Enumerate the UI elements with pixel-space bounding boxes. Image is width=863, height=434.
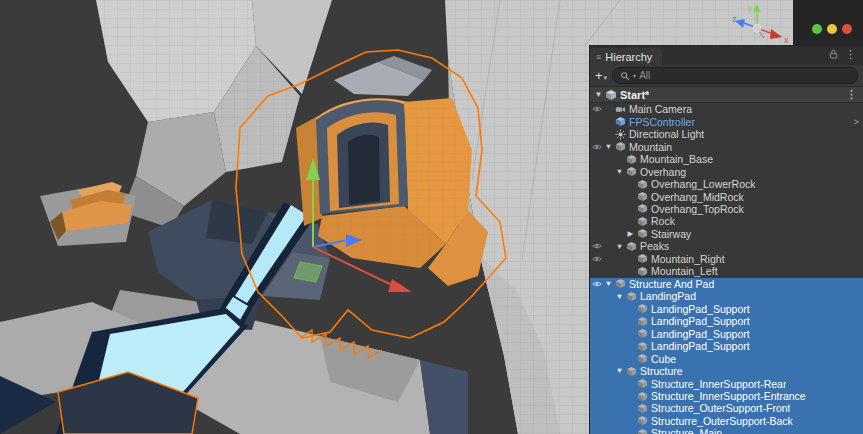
hierarchy-row[interactable]: ▼Overhang xyxy=(590,165,863,177)
search-filter-caret-icon[interactable]: ▾ xyxy=(633,72,636,79)
cube-icon xyxy=(625,291,638,302)
cube-icon xyxy=(625,241,638,252)
scene-asset-icon xyxy=(604,89,618,101)
object-label: Mountain_Right xyxy=(651,253,725,265)
indent-spacer xyxy=(603,233,625,234)
panel-menu-button[interactable]: ⋮ xyxy=(845,49,856,60)
hierarchy-row[interactable]: FPSController> xyxy=(590,115,863,127)
foldout-icon[interactable]: ▼ xyxy=(603,280,614,288)
hierarchy-row[interactable]: Rock xyxy=(590,215,863,227)
cube-icon xyxy=(636,303,649,314)
hierarchy-row[interactable]: Overhang_MidRock xyxy=(590,190,863,202)
indent-spacer xyxy=(603,159,614,160)
hierarchy-row[interactable]: Structurre_OuterSupport-Back xyxy=(590,415,863,427)
hierarchy-row[interactable]: Mountain_Base xyxy=(590,153,863,165)
cube-icon xyxy=(625,154,638,165)
object-label: LandingPad_Support xyxy=(651,303,750,315)
indent-spacer xyxy=(603,408,625,409)
object-label: Structure_Main xyxy=(651,427,722,434)
hierarchy-row[interactable]: LandingPad_Support xyxy=(590,340,863,352)
panel-tabbar: ≡ Hierarchy ⋮ xyxy=(590,46,863,65)
hierarchy-row[interactable]: Structure_Main xyxy=(590,427,863,434)
hierarchy-row[interactable]: LandingPad_Support xyxy=(590,315,863,327)
object-label: Structure xyxy=(640,365,683,377)
object-label: Mountain_Left xyxy=(651,265,718,277)
foldout-icon[interactable]: ▼ xyxy=(603,143,614,151)
window-button-yellow[interactable] xyxy=(827,24,837,34)
visibility-toggle-icon[interactable] xyxy=(590,254,603,264)
lock-icon[interactable] xyxy=(829,45,838,63)
cube-icon xyxy=(636,253,649,264)
hierarchy-row[interactable]: ▼Mountain xyxy=(590,140,863,152)
scene-name: Start* xyxy=(620,89,649,101)
indent-spacer xyxy=(603,308,625,309)
search-box[interactable]: ▾ xyxy=(612,67,858,84)
hierarchy-row[interactable]: Structure_OuterSupport-Front xyxy=(590,402,863,414)
visibility-toggle-icon[interactable] xyxy=(590,104,603,114)
visibility-toggle-icon[interactable] xyxy=(590,241,603,251)
hierarchy-rows: Main CameraFPSController>Directional Lig… xyxy=(590,103,863,434)
scene-header-row[interactable]: ▼ Start* ⋮ xyxy=(590,87,863,103)
cube-icon xyxy=(636,316,649,327)
object-label: Rock xyxy=(651,215,675,227)
indent-spacer xyxy=(603,208,625,209)
create-add-button[interactable]: + ▾ xyxy=(595,69,607,82)
hierarchy-tab-icon: ≡ xyxy=(596,53,601,62)
hierarchy-row[interactable]: Overhang_LowerRock xyxy=(590,178,863,190)
window-button-red[interactable] xyxy=(842,24,852,34)
visibility-toggle-icon[interactable] xyxy=(590,142,603,152)
tab-hierarchy[interactable]: ≡ Hierarchy xyxy=(590,48,662,65)
cube-icon xyxy=(636,403,649,414)
hierarchy-row[interactable]: ▼Structure xyxy=(590,365,863,377)
hierarchy-row[interactable]: ▼LandingPad xyxy=(590,290,863,302)
hierarchy-row[interactable]: Overhang_TopRock xyxy=(590,203,863,215)
foldout-icon[interactable]: ▶ xyxy=(625,230,636,238)
foldout-icon[interactable]: ▼ xyxy=(614,367,625,375)
cube-icon xyxy=(636,391,649,402)
foldout-icon[interactable]: ▼ xyxy=(593,91,604,99)
indent-spacer xyxy=(603,358,625,359)
cube-icon xyxy=(614,278,627,289)
object-label: Overhang_LowerRock xyxy=(651,178,755,190)
hierarchy-row[interactable]: LandingPad_Support xyxy=(590,303,863,315)
indent-spacer xyxy=(603,171,614,172)
cube-icon xyxy=(636,353,649,364)
hierarchy-row[interactable]: Mountain_Right xyxy=(590,253,863,265)
foldout-icon[interactable]: ▼ xyxy=(614,293,625,301)
window-button-green[interactable] xyxy=(812,24,822,34)
indent-spacer xyxy=(603,184,625,185)
foldout-icon[interactable]: ▼ xyxy=(614,243,625,251)
prefab-open-chevron[interactable]: > xyxy=(854,117,859,127)
hierarchy-row[interactable]: ▼Structure And Pad xyxy=(590,278,863,290)
object-label: Structurre_OuterSupport-Back xyxy=(651,415,793,427)
hierarchy-row[interactable]: ▶Stairway xyxy=(590,228,863,240)
hierarchy-row[interactable]: LandingPad_Support xyxy=(590,327,863,339)
cube-icon xyxy=(636,341,649,352)
hierarchy-row[interactable]: Structure_InnerSupport-Rear xyxy=(590,377,863,389)
hierarchy-row[interactable]: Cube xyxy=(590,352,863,364)
object-label: Mountain_Base xyxy=(640,153,713,165)
object-label: Structure_InnerSupport-Entrance xyxy=(651,390,806,402)
indent-spacer xyxy=(603,296,614,297)
cube-icon xyxy=(625,366,638,377)
camera-icon xyxy=(614,104,627,115)
search-icon xyxy=(620,67,630,85)
cube-icon xyxy=(636,328,649,339)
scene-options-button[interactable]: ⋮ xyxy=(846,89,863,100)
indent-spacer xyxy=(603,246,614,247)
object-label: Structure And Pad xyxy=(629,278,714,290)
hierarchy-row[interactable]: Directional Light xyxy=(590,128,863,140)
hierarchy-row[interactable]: ▼Peaks xyxy=(590,240,863,252)
hierarchy-row[interactable]: Mountain_Left xyxy=(590,265,863,277)
visibility-toggle-icon[interactable] xyxy=(590,279,603,289)
foldout-icon[interactable]: ▼ xyxy=(614,168,625,176)
object-label: Overhang xyxy=(640,166,686,178)
search-input[interactable] xyxy=(639,70,850,81)
object-label: Stairway xyxy=(651,228,691,240)
object-label: Overhang_TopRock xyxy=(651,203,744,215)
hierarchy-row[interactable]: Main Camera xyxy=(590,103,863,115)
indent-spacer xyxy=(603,346,625,347)
cube-icon xyxy=(636,428,649,434)
axis-label-x: x xyxy=(784,35,789,45)
hierarchy-row[interactable]: Structure_InnerSupport-Entrance xyxy=(590,390,863,402)
